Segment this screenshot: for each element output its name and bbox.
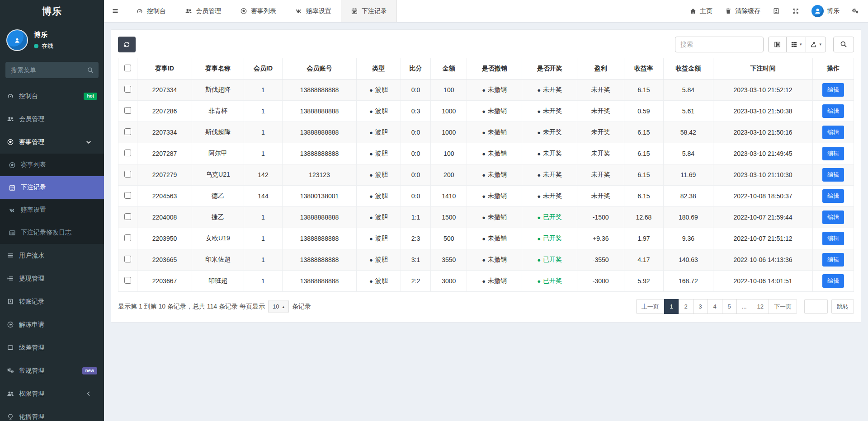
home-link[interactable]: 主页 [689,7,712,15]
chevron-left-icon [85,390,92,397]
sidebar-item-odds-settings[interactable]: 赔率设置 [0,199,104,221]
sidebar-item-withdrawals[interactable]: 提现管理 [0,267,104,290]
edit-button[interactable]: 编辑 [822,126,844,139]
edit-button[interactable]: 编辑 [822,83,844,97]
caret-down-icon: ▾ [819,42,821,47]
row-checkbox[interactable] [124,234,131,241]
hot-badge: hot [84,93,97,100]
cell-income: 5.61 [663,101,713,122]
log-button[interactable] [773,8,780,14]
cell-revoke: ●未撤销 [467,80,522,101]
cell-rate: 1.97 [624,228,663,249]
tab-members[interactable]: 会员管理 [175,0,231,22]
sidebar-item-bet-records[interactable]: 下注记录 [0,176,104,199]
row-checkbox[interactable] [124,107,131,114]
cell-score: 2:3 [401,228,431,249]
calendar-icon [351,8,358,14]
sidebar-item-matches[interactable]: 赛事管理 [0,131,104,154]
edit-button[interactable]: 编辑 [822,253,844,267]
status-label: 未开奖 [543,86,562,94]
pagination-page-1[interactable]: 1 [664,299,679,314]
cell-draw: ●已开奖 [522,249,577,271]
status-label: 已开奖 [543,234,562,243]
cell-actions: 编辑 [812,143,854,164]
cell-rate: 6.15 [624,143,663,164]
page-jump-button[interactable]: 跳转 [831,299,854,314]
cell-type: ●波胆 [357,122,401,143]
refresh-button[interactable] [118,37,136,52]
cell-revoke: ●未撤销 [467,164,522,186]
caret-down-icon: ▾ [800,42,802,47]
page-jump-input[interactable] [804,299,828,314]
sidebar-item-members[interactable]: 会员管理 [0,108,104,131]
search-icon[interactable] [82,67,99,74]
row-checkbox[interactable] [124,171,131,178]
row-checkbox[interactable] [124,150,131,156]
clear-cache-link[interactable]: 清除缓存 [725,7,760,15]
select-all-checkbox[interactable] [124,65,131,71]
sidebar-item-general[interactable]: 常规管理new [0,359,104,382]
edit-button[interactable]: 编辑 [822,104,844,118]
navbar-user-menu[interactable]: 博乐 [811,5,840,17]
columns-button[interactable]: ▾ [786,37,807,52]
sidebar-item-match-list[interactable]: 赛事列表 [0,154,104,176]
sidebar-item-console[interactable]: 控制台hot [0,84,104,108]
sidebar-item-transfer-records[interactable]: 转账记录 [0,290,104,313]
cell-income: 11.69 [663,164,713,186]
row-checkbox[interactable] [124,128,131,135]
row-checkbox[interactable] [124,213,131,220]
tab-bet-records[interactable]: 下注记录 [341,0,397,22]
pagination-page-4[interactable]: 4 [708,299,722,314]
cell-amount: 1500 [431,207,467,228]
row-checkbox[interactable] [124,256,131,262]
cell-revoke: ●未撤销 [467,271,522,292]
sidebar-item-label: 下注记录 [21,183,46,192]
status-label: 波胆 [375,213,388,221]
sidebar-item-permissions[interactable]: 权限管理 [0,382,104,405]
sidebar-search-input[interactable] [5,62,82,78]
new-badge: new [82,367,97,374]
sidebar: 博乐 博乐 在线 控制台hot会员管理赛事管理赛事列表下注记录赔率设置下注记录修… [0,0,104,421]
tab-odds-settings[interactable]: 赔率设置 [286,0,341,22]
cell-draw: ●已开奖 [522,207,577,228]
pagination-page-5[interactable]: 5 [722,299,737,314]
cell-score: 0:0 [401,122,431,143]
sidebar-item-user-flow[interactable]: 用户流水 [0,244,104,267]
tab-console[interactable]: 控制台 [127,0,175,22]
settings-button[interactable] [852,8,859,14]
pagination-page-2[interactable]: 2 [679,299,693,314]
sidebar-item-unfreeze-requests[interactable]: 解冻申请 [0,313,104,336]
edit-button[interactable]: 编辑 [822,210,844,224]
table-body: 2207334斯伐超降113888888888●波胆0:0100●未撤销●未开奖… [118,80,854,292]
row-checkbox[interactable] [124,86,131,93]
sidebar-item-bet-record-edit-logs[interactable]: 下注记录修改日志 [0,221,104,244]
online-dot-icon [34,44,38,48]
page-size-select[interactable]: 10 ▴ [268,300,289,313]
status-label: 未撤销 [488,128,507,136]
row-checkbox[interactable] [124,277,131,284]
edit-button[interactable]: 编辑 [822,274,844,288]
pagination-page-12[interactable]: 12 [752,299,769,314]
sidebar-item-level-diff[interactable]: 级差管理 [0,336,104,359]
fullscreen-button[interactable] [792,8,799,14]
status-dot-icon: ● [482,257,486,263]
edit-button[interactable]: 编辑 [822,168,844,182]
cell-actions: 编辑 [812,249,854,271]
edit-button[interactable]: 编辑 [822,147,844,160]
pagination-prev[interactable]: 上一页 [636,299,665,314]
edit-button[interactable]: 编辑 [822,232,844,245]
status-label: 未开奖 [543,128,562,136]
tab-match-list[interactable]: 赛事列表 [231,0,286,22]
cell-member-id: 142 [244,164,283,186]
row-checkbox[interactable] [124,192,131,199]
detail-view-button[interactable] [768,37,787,52]
table-search-input[interactable] [675,37,764,52]
pagination-page-3[interactable]: 3 [693,299,708,314]
pagination-next[interactable]: 下一页 [769,299,797,314]
hamburger-icon[interactable] [104,0,127,22]
search-button[interactable] [833,37,854,52]
edit-button[interactable]: 编辑 [822,189,844,203]
sidebar-item-label: 控制台 [19,92,38,100]
export-button[interactable]: ▾ [806,37,826,52]
sidebar-item-carousel[interactable]: 轮播管理 [0,405,104,421]
